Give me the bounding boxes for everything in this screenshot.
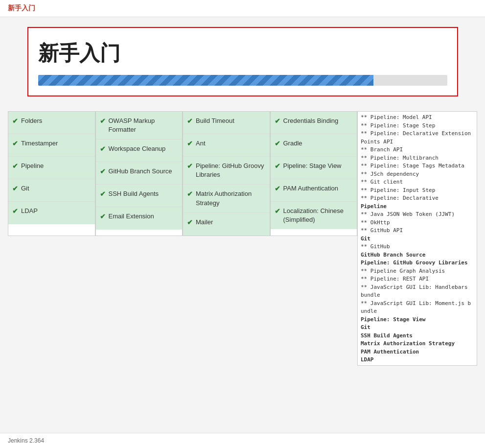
log-line: ** JavaScript GUI Lib: Moment.js bundle (361, 300, 474, 316)
check-icon: ✔ (12, 185, 18, 192)
plugin-cell: ✔Mailer (183, 213, 270, 236)
log-line: ** JavaScript GUI Lib: Handlebars bundle (361, 283, 474, 300)
log-line: ** Pipeline: Declarative Extension Point… (361, 130, 474, 146)
check-icon: ✔ (187, 162, 193, 170)
plugin-table: ✔Folders✔Timestamper✔Pipeline✔Git✔LDAP ✔… (8, 111, 357, 236)
check-icon: ✔ (187, 190, 193, 198)
plugin-name: LDAP (21, 207, 38, 215)
log-line: Pipeline: GitHub Groovy Libraries (361, 259, 474, 267)
plugin-cell: ✔Credentials Binding (271, 112, 357, 134)
log-line: ** Pipeline: Model API (361, 114, 474, 122)
log-area: ** Pipeline: Model API** Pipeline: Stage… (357, 111, 477, 366)
plugin-name: Email Extension (109, 212, 154, 221)
plugin-cell: ✔Folders (8, 112, 95, 134)
check-icon: ✔ (187, 117, 193, 125)
plugin-col-3: ✔Build Timeout✔Ant✔Pipeline: GitHub Groo… (183, 111, 270, 236)
plugin-cell: ✔Gradle (271, 134, 357, 157)
log-line: ** Git client (361, 178, 474, 187)
check-icon: ✔ (275, 117, 280, 125)
top-bar: 新手入门 (0, 0, 485, 17)
log-line: GitHub Branch Source (361, 251, 474, 259)
plugin-cell: ✔Timestamper (8, 134, 95, 157)
plugin-name: Git (21, 184, 29, 193)
plugin-name: Timestamper (21, 139, 58, 148)
log-line: ** OkHttp (361, 219, 474, 227)
plugin-name: Pipeline: Stage View (283, 162, 342, 170)
log-line: SSH Build Agents (361, 332, 474, 340)
log-line: ** Pipeline: REST API (361, 275, 474, 283)
log-line: Matrix Authorization Strategy (361, 340, 474, 348)
plugin-name: Pipeline (21, 162, 44, 170)
check-icon: ✔ (275, 185, 280, 192)
check-icon: ✔ (100, 212, 106, 220)
plugin-name: Credentials Binding (283, 117, 339, 125)
plugin-name: Workspace Cleanup (109, 144, 166, 153)
plugin-name: PAM Authentication (283, 184, 339, 193)
log-line: Pipeline: Stage View (361, 316, 474, 324)
log-line: PAM Authentication (361, 348, 474, 356)
log-line: ** GitHub (361, 243, 474, 251)
check-icon: ✔ (275, 140, 280, 147)
progress-bar-container (38, 75, 447, 86)
log-line: ** Pipeline: Input Step (361, 187, 474, 195)
log-line: ** Branch API (361, 146, 474, 154)
plugin-cell: ✔Pipeline: GitHub Groovy Libraries (183, 157, 270, 185)
log-line: ** JSch dependency (361, 170, 474, 179)
plugin-name: Folders (21, 117, 42, 125)
plugin-cell: ✔Localization: Chinese (Simplified) (271, 202, 357, 229)
check-icon: ✔ (275, 207, 280, 215)
log-line: Git (361, 235, 474, 243)
log-line: ** Pipeline: Multibranch (361, 154, 474, 163)
plugin-cell: ✔Pipeline: Stage View (271, 157, 357, 179)
check-icon: ✔ (100, 190, 106, 198)
log-line: ** Java JSON Web Token (JJWT) (361, 211, 474, 219)
check-icon: ✔ (12, 162, 18, 170)
hero-box: 新手入门 (27, 27, 458, 96)
page-title: 新手入门 (8, 4, 35, 12)
plugin-name: Localization: Chinese (Simplified) (283, 207, 353, 224)
plugin-col-4: ✔Credentials Binding✔Gradle✔Pipeline: St… (270, 111, 358, 236)
log-line: LDAP (361, 356, 474, 364)
plugin-cell: ✔SSH Build Agents (96, 185, 183, 207)
table-log-wrapper: ✔Folders✔Timestamper✔Pipeline✔Git✔LDAP ✔… (8, 111, 477, 366)
plugin-cell: ✔Matrix Authorization Strategy (183, 185, 270, 212)
plugin-cell: ✔Pipeline (8, 157, 95, 179)
log-line: ** Pipeline Graph Analysis (361, 267, 474, 276)
check-icon: ✔ (12, 140, 18, 147)
plugin-name: SSH Build Agents (109, 189, 159, 198)
log-line: ** GitHub API (361, 227, 474, 235)
check-icon: ✔ (12, 117, 18, 125)
plugin-name: GitHub Branch Source (109, 167, 172, 176)
plugin-cell: ✔Workspace Cleanup (96, 140, 183, 162)
plugin-cell: ✔Email Extension (96, 207, 183, 230)
log-line: ** Pipeline: Stage Tags Metadata (361, 162, 474, 170)
plugin-cell: ✔GitHub Branch Source (96, 162, 183, 185)
plugin-cell: ✔Git (8, 179, 95, 202)
check-icon: ✔ (100, 117, 106, 125)
plugin-name: Matrix Authorization Strategy (196, 189, 266, 207)
plugin-name: Mailer (196, 218, 213, 227)
check-icon: ✔ (187, 218, 193, 226)
check-icon: ✔ (275, 162, 280, 170)
log-line: Email Extension (361, 364, 474, 366)
plugin-area: ✔Folders✔Timestamper✔Pipeline✔Git✔LDAP ✔… (8, 111, 357, 366)
log-line: Pipeline (361, 203, 474, 211)
plugin-col-2: ✔OWASP Markup Formatter✔Workspace Cleanu… (95, 111, 183, 236)
plugin-name: Gradle (283, 139, 302, 148)
progress-bar-fill (38, 75, 374, 86)
plugin-name: Build Timeout (196, 117, 234, 125)
log-line: Git (361, 324, 474, 332)
check-icon: ✔ (187, 140, 193, 147)
log-line: ** Pipeline: Stage Step (361, 122, 474, 130)
plugin-cell: ✔PAM Authentication (271, 179, 357, 202)
plugin-name: Ant (196, 139, 206, 148)
plugin-cell: ✔Build Timeout (183, 112, 270, 134)
check-icon: ✔ (12, 207, 18, 215)
plugin-cell: ✔Ant (183, 134, 270, 157)
check-icon: ✔ (100, 167, 106, 175)
plugin-name: OWASP Markup Formatter (109, 117, 179, 134)
hero-title: 新手入门 (38, 40, 447, 67)
jenkins-version: Jenkins 2.364 (8, 437, 44, 444)
plugin-name: Pipeline: GitHub Groovy Libraries (196, 162, 266, 179)
check-icon: ✔ (100, 145, 106, 153)
